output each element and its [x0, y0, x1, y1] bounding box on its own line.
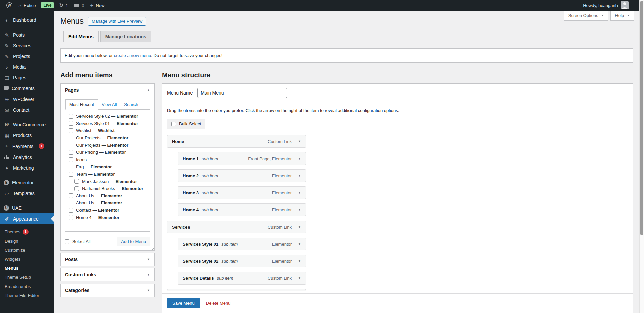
submenu-item[interactable]: Widgets — [0, 255, 54, 264]
page-checkbox[interactable] — [69, 165, 73, 169]
sidebar-item[interactable]: ✐ Appearance — [0, 213, 54, 224]
menu-item-bar[interactable]: Services Style 02 sub item Elementor — [178, 255, 306, 267]
page-checkbox[interactable] — [69, 201, 73, 205]
submenu-item[interactable]: Theme File Editor — [0, 291, 54, 300]
chevron-up-icon[interactable] — [147, 88, 150, 92]
page-checkbox[interactable] — [69, 136, 73, 140]
delete-menu-link[interactable]: Delete Menu — [206, 301, 231, 306]
menu-item-bar[interactable]: Home 4 sub item Elementor — [178, 203, 306, 216]
tab[interactable]: Manage Locations — [100, 31, 151, 42]
updates-link[interactable]: 1 — [56, 0, 71, 11]
chevron-down-icon[interactable] — [298, 157, 301, 160]
submenu-item[interactable]: Themes 1 — [0, 227, 54, 237]
page-checkbox[interactable] — [69, 143, 73, 147]
screen-options-button[interactable]: Screen Options — [564, 11, 608, 21]
sidebar-item[interactable]: E Elementor — [0, 177, 54, 188]
accordion-header[interactable]: Posts — [61, 253, 154, 266]
page-checkbox-item[interactable]: About Us — Elementor — [69, 199, 149, 207]
add-to-menu-button[interactable]: Add to Menu — [117, 237, 150, 246]
accordion-header[interactable]: Custom Links — [61, 268, 154, 281]
chevron-down-icon[interactable] — [298, 225, 301, 229]
pages-tab[interactable]: Search — [120, 100, 142, 109]
tab[interactable]: Edit Menus — [63, 31, 99, 42]
menu-item-bar[interactable]: Service Details sub item Custom Link — [178, 272, 306, 285]
menu-item-bar[interactable]: Services Style 01 sub item Elementor — [178, 238, 306, 250]
sidebar-item[interactable]: ▱ Templates — [0, 188, 54, 199]
menu-item-bar[interactable]: Home 2 sub item Elementor — [178, 169, 306, 182]
page-checkbox-item[interactable]: Wishlist — Wishlist — [69, 127, 149, 134]
chevron-down-icon[interactable] — [298, 174, 301, 177]
sidebar-item[interactable]: ▤ Pages — [0, 72, 54, 83]
page-checkbox-item[interactable]: Home 4 — Elementor — [69, 214, 149, 221]
submenu-item[interactable]: Customize — [0, 246, 54, 255]
create-new-menu-link[interactable]: create a new menu — [114, 53, 151, 58]
page-checkbox[interactable] — [69, 128, 73, 133]
howdy-account-link[interactable]: Howdy, hoanganh — [583, 3, 618, 8]
page-checkbox[interactable] — [74, 179, 79, 184]
pages-tab[interactable]: Most Recent — [65, 99, 98, 110]
new-content-link[interactable]: New — [87, 0, 108, 11]
sidebar-item[interactable]: ✎ Services — [0, 40, 54, 51]
sidebar-item[interactable]: ◐ Dashboard — [0, 15, 54, 25]
page-checkbox[interactable] — [69, 208, 73, 213]
sidebar-item[interactable]: W WooCommerce — [0, 119, 54, 130]
chevron-down-icon[interactable] — [298, 208, 301, 211]
sidebar-item[interactable]: ▦ Products — [0, 130, 54, 141]
page-checkbox-item[interactable]: Our Projects — Elementor — [69, 134, 149, 142]
page-checkbox[interactable] — [69, 150, 73, 155]
page-checkbox[interactable] — [69, 215, 73, 220]
live-badge[interactable]: Live — [41, 2, 54, 8]
menu-name-input[interactable] — [197, 88, 287, 98]
select-all-checkbox[interactable] — [65, 239, 69, 244]
page-checkbox-item[interactable]: Services Style 01 — Elementor — [69, 120, 149, 127]
menu-item-bar[interactable]: Home 1 sub item Front Page, Elementor — [178, 152, 306, 165]
chevron-down-icon[interactable] — [147, 273, 150, 276]
page-checkbox-item[interactable]: Our Projects — Elementor — [69, 141, 149, 149]
avatar[interactable] — [621, 1, 629, 9]
submenu-item[interactable]: Theme Setup — [0, 273, 54, 282]
sidebar-item[interactable]: Comments — [0, 83, 54, 94]
sidebar-item[interactable]: ✳ WPClever — [0, 94, 54, 105]
bulk-select-checkbox[interactable] — [171, 122, 176, 126]
sidebar-item[interactable]: ✎ Posts — [0, 29, 54, 40]
sidebar-item[interactable]: ♪ Media — [0, 62, 54, 72]
sidebar-item[interactable]: ✦ Marketing — [0, 163, 54, 173]
wordpress-menu[interactable]: W — [3, 0, 15, 11]
page-checkbox-item[interactable]: About Us — Elementor — [69, 192, 149, 200]
comments-link[interactable]: 0 — [71, 0, 87, 11]
page-checkbox[interactable] — [69, 172, 73, 177]
submenu-item[interactable]: Breadcrumbs — [0, 282, 54, 291]
page-checkbox-item[interactable]: Our Pricing — Elementor — [69, 149, 149, 156]
help-button[interactable]: Help — [610, 11, 634, 21]
chevron-down-icon[interactable] — [298, 259, 301, 263]
resize-handle[interactable] — [150, 246, 154, 250]
menu-item-bar[interactable]: Home Custom Link — [167, 135, 306, 148]
menu-item-bar[interactable]: Services Custom Link — [167, 221, 306, 233]
page-scrollbar[interactable] — [639, 0, 644, 313]
chevron-down-icon[interactable] — [298, 276, 301, 280]
page-checkbox-item[interactable]: Services Style 02 — Elementor — [69, 113, 149, 120]
page-checkbox[interactable] — [69, 114, 73, 119]
partially-visible-menu-item[interactable] — [167, 289, 306, 291]
page-checkbox[interactable] — [74, 186, 79, 191]
chevron-down-icon[interactable] — [147, 258, 150, 261]
page-checkbox-item[interactable]: Icons — [69, 156, 149, 164]
sidebar-item[interactable]: Analytics — [0, 152, 54, 163]
page-checkbox-item[interactable]: Mark Jackson — Elementor — [69, 178, 149, 185]
manage-live-preview-button[interactable]: Manage with Live Preview — [88, 17, 146, 26]
save-menu-button[interactable]: Save Menu — [167, 298, 200, 308]
pages-accordion-header[interactable]: Pages — [61, 84, 154, 97]
chevron-down-icon[interactable] — [298, 140, 301, 143]
select-all[interactable]: Select All — [65, 239, 90, 244]
menu-item-bar[interactable]: Home 3 sub item Elementor — [178, 186, 306, 199]
chevron-down-icon[interactable] — [298, 191, 301, 194]
scrollbar-thumb[interactable] — [640, 1, 643, 235]
sidebar-item[interactable]: ✉ Contact — [0, 105, 54, 115]
sidebar-item[interactable]: ✎ Projects — [0, 51, 54, 62]
submenu-item[interactable]: Menus — [0, 264, 54, 273]
pages-tab[interactable]: View All — [98, 100, 120, 109]
bulk-select[interactable]: Bulk Select — [167, 119, 205, 129]
chevron-down-icon[interactable] — [298, 242, 301, 246]
page-checkbox-item[interactable]: Team — Elementor — [69, 171, 149, 178]
sidebar-item[interactable]: $ Payments 1 — [0, 141, 54, 152]
